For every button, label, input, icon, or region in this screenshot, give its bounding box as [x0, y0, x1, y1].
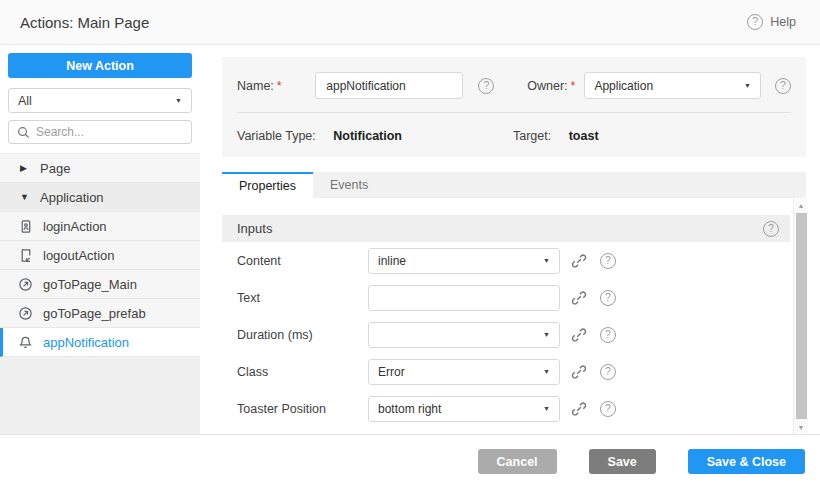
goto-page-icon [18, 306, 33, 321]
variable-type-value: Notification [333, 129, 402, 143]
search-box [8, 120, 192, 144]
content-dropdown[interactable]: inline ▼ [368, 248, 560, 274]
variable-type-group: Variable Type: Notification [237, 129, 513, 143]
class-help-icon[interactable]: ? [600, 364, 616, 380]
toaster-position-label: Toaster Position [237, 402, 368, 416]
tab-properties[interactable]: Properties [222, 172, 313, 198]
target-value: toast [569, 129, 599, 143]
new-action-button[interactable]: New Action [8, 53, 192, 78]
chevron-down-icon: ▼ [543, 331, 550, 338]
chevron-down-icon: ▼ [744, 82, 751, 89]
sidebar-controls: New Action All ▼ [0, 46, 200, 153]
target-label: Target: [513, 129, 551, 143]
tree-item-loginaction[interactable]: loginAction [0, 212, 200, 241]
notification-bell-icon [18, 335, 33, 350]
tree-item-appnotification[interactable]: appNotification [0, 328, 200, 357]
chevron-down-icon: ▼ [543, 368, 550, 375]
scroll-down-icon[interactable]: ▼ [794, 420, 808, 434]
editor-tabs: Properties Events [222, 172, 806, 198]
tree-item-label: goToPage_Main [43, 277, 137, 292]
tree-group-page[interactable]: ▶ Page [0, 154, 200, 183]
class-link-icon[interactable] [571, 364, 587, 380]
form-divider [237, 112, 791, 113]
required-asterisk: * [277, 79, 282, 93]
inputs-section-title: Inputs [237, 221, 272, 236]
expanded-triangle-icon: ▼ [20, 192, 30, 202]
owner-dropdown[interactable]: Application ▼ [584, 72, 761, 99]
chevron-down-icon: ▼ [175, 97, 182, 104]
duration-help-icon[interactable]: ? [600, 327, 616, 343]
text-label: Text [237, 291, 368, 305]
duration-dropdown[interactable]: ▼ [368, 322, 560, 348]
toaster-position-dropdown[interactable]: bottom right ▼ [368, 396, 560, 422]
content-dropdown-value: inline [378, 254, 406, 268]
collapsed-triangle-icon: ▶ [20, 163, 30, 173]
tree-item-logoutaction[interactable]: logoutAction [0, 241, 200, 270]
actions-sidebar: New Action All ▼ ▶ Page ▼ Application lo… [0, 46, 200, 434]
owner-help-icon[interactable]: ? [775, 78, 791, 94]
variable-type-label: Variable Type: [237, 129, 316, 143]
owner-label: Owner:* [527, 79, 584, 93]
text-field[interactable] [368, 285, 560, 311]
owner-dropdown-value: Application [594, 79, 653, 93]
content-label: Content [237, 254, 368, 268]
class-dropdown[interactable]: Error ▼ [368, 359, 560, 385]
action-editor-panel: Name:* ? Owner:* Application ▼ ? Variabl… [200, 46, 820, 434]
tree-item-label: appNotification [43, 335, 129, 350]
tree-item-gotopage-prefab[interactable]: goToPage_prefab [0, 299, 200, 328]
filter-dropdown[interactable]: All ▼ [8, 88, 192, 113]
actions-tree: ▶ Page ▼ Application loginAction logoutA… [0, 154, 200, 357]
action-summary-form: Name:* ? Owner:* Application ▼ ? Variabl… [222, 57, 806, 157]
prop-row-toaster-position: Toaster Position bottom right ▼ ? [222, 390, 790, 427]
tree-item-label: goToPage_prefab [43, 306, 146, 321]
required-asterisk: * [571, 79, 576, 93]
dialog-header: Actions: Main Page ? Help [0, 0, 820, 45]
toaster-position-help-icon[interactable]: ? [600, 401, 616, 417]
tree-group-label: Application [40, 190, 104, 205]
prop-row-content: Content inline ▼ ? [222, 242, 790, 279]
save-and-close-button[interactable]: Save & Close [688, 449, 805, 474]
tree-item-label: logoutAction [43, 248, 115, 263]
search-icon [17, 126, 30, 139]
dialog-footer: Cancel Save Save & Close [0, 434, 820, 491]
chevron-down-icon: ▼ [543, 257, 550, 264]
toaster-position-link-icon[interactable] [571, 401, 587, 417]
prop-row-class: Class Error ▼ ? [222, 353, 790, 390]
content-scrollbar[interactable]: ▲ ▼ [793, 198, 808, 434]
duration-label: Duration (ms) [237, 328, 368, 342]
page-title: Actions: Main Page [20, 14, 149, 31]
scroll-up-icon[interactable]: ▲ [794, 198, 808, 212]
logout-icon [18, 248, 33, 263]
prop-row-text: Text ? [222, 279, 790, 316]
duration-link-icon[interactable] [571, 327, 587, 343]
class-label: Class [237, 365, 368, 379]
name-field[interactable] [315, 72, 463, 99]
goto-page-icon [18, 277, 33, 292]
class-dropdown-value: Error [378, 365, 405, 379]
tree-group-application[interactable]: ▼ Application [0, 183, 200, 212]
scrollbar-thumb[interactable] [796, 213, 807, 419]
content-link-icon[interactable] [571, 253, 587, 269]
cancel-button[interactable]: Cancel [478, 449, 557, 474]
name-help-icon[interactable]: ? [478, 78, 494, 94]
login-icon [18, 219, 33, 234]
save-button[interactable]: Save [589, 449, 656, 474]
content-help-icon[interactable]: ? [600, 253, 616, 269]
tab-events[interactable]: Events [313, 172, 385, 198]
help-icon: ? [747, 14, 763, 30]
help-link[interactable]: ? Help [747, 14, 796, 30]
inputs-help-icon[interactable]: ? [763, 221, 779, 237]
tree-item-gotopage-main[interactable]: goToPage_Main [0, 270, 200, 299]
text-link-icon[interactable] [571, 290, 587, 306]
tree-item-label: loginAction [43, 219, 107, 234]
tree-group-label: Page [40, 161, 70, 176]
name-label: Name:* [237, 79, 315, 93]
text-help-icon[interactable]: ? [600, 290, 616, 306]
target-group: Target: toast [513, 129, 599, 143]
inputs-section-header: Inputs ? [222, 215, 790, 242]
search-input[interactable] [36, 125, 183, 139]
toaster-position-dropdown-value: bottom right [378, 402, 441, 416]
help-label: Help [770, 15, 796, 29]
filter-dropdown-value: All [18, 94, 32, 108]
prop-row-duration: Duration (ms) ▼ ? [222, 316, 790, 353]
